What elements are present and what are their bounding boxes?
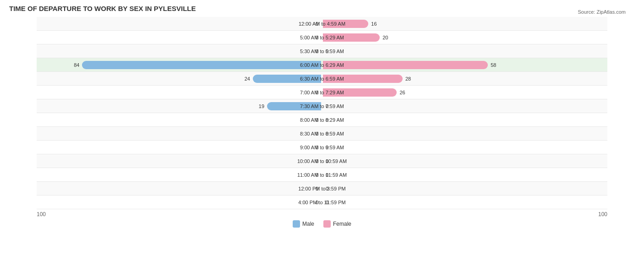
bars-container: 0 9:00 AM to 9:59 AM 0 <box>37 141 607 154</box>
legend-male-label: Male <box>302 221 314 227</box>
time-label: 9:00 AM to 9:59 AM <box>298 145 346 150</box>
male-value: 19 <box>259 103 264 109</box>
bars-container: 0 8:30 AM to 8:59 AM 0 <box>37 127 607 140</box>
time-label: 4:00 PM to 11:59 PM <box>296 200 347 205</box>
chart-row: 0 11:00 AM to 11:59 AM 0 <box>37 168 607 182</box>
right-section: 26 <box>322 86 607 99</box>
left-section: 0 <box>37 168 322 181</box>
time-label: 8:00 AM to 8:29 AM <box>298 117 346 123</box>
bars-container: 24 6:30 AM to 6:59 AM 28 <box>37 72 607 85</box>
left-section: 24 <box>37 72 322 85</box>
chart-row: 0 10:00 AM to 10:59 AM 0 <box>37 154 607 168</box>
left-section: 0 <box>37 141 322 154</box>
axis-right-label: 100 <box>598 211 607 218</box>
female-bar <box>323 61 488 69</box>
time-label: 12:00 AM to 4:59 AM <box>297 21 347 27</box>
left-section: 19 <box>37 99 322 113</box>
time-label: 6:00 AM to 6:29 AM <box>298 62 346 68</box>
chart-row: 0 9:00 AM to 9:59 AM 0 <box>37 141 607 154</box>
male-value: 84 <box>74 62 79 68</box>
chart-row: 0 7:00 AM to 7:29 AM 26 <box>37 86 607 99</box>
male-bar <box>82 61 321 69</box>
male-value: 24 <box>245 76 250 82</box>
legend-male-box <box>293 220 300 228</box>
bars-container: 0 10:00 AM to 10:59 AM 0 <box>37 154 607 168</box>
chart-row: 24 6:30 AM to 6:59 AM 28 <box>37 72 607 86</box>
chart-row: 0 4:00 PM to 11:59 PM 0 <box>37 196 607 209</box>
chart-row: 0 12:00 PM to 3:59 PM 0 <box>37 182 607 196</box>
chart-container: 0 12:00 AM to 4:59 AM 16 0 5:00 AM to 5:… <box>9 17 635 228</box>
bars-container: 84 6:00 AM to 6:29 AM 58 <box>37 58 607 71</box>
left-section: 0 <box>37 86 322 99</box>
chart-row: 0 12:00 AM to 4:59 AM 16 <box>37 17 607 31</box>
left-section: 0 <box>37 113 322 126</box>
source-label: Source: ZipAtlas.com <box>578 9 626 15</box>
right-section: 58 <box>322 58 607 71</box>
right-section: 16 <box>322 17 607 30</box>
time-label: 8:30 AM to 8:59 AM <box>298 131 346 136</box>
female-value: 26 <box>399 90 405 95</box>
axis-bottom: 100 100 <box>37 211 607 218</box>
left-section: 0 <box>37 31 322 44</box>
legend-female-label: Female <box>333 221 351 227</box>
right-section: 0 <box>322 113 607 126</box>
right-section: 20 <box>322 31 607 44</box>
bars-container: 0 11:00 AM to 11:59 AM 0 <box>37 168 607 181</box>
right-section: 0 <box>322 99 607 113</box>
legend-male: Male <box>293 220 314 228</box>
legend-female-box <box>323 220 331 228</box>
right-section: 0 <box>322 141 607 154</box>
bars-container: 0 5:00 AM to 5:29 AM 20 <box>37 31 607 44</box>
bars-container: 0 12:00 PM to 3:59 PM 0 <box>37 182 607 195</box>
right-section: 0 <box>322 127 607 140</box>
legend-female: Female <box>323 220 351 228</box>
bars-container: 0 4:00 PM to 11:59 PM 0 <box>37 196 607 209</box>
left-section: 0 <box>37 196 322 209</box>
chart-area: 0 12:00 AM to 4:59 AM 16 0 5:00 AM to 5:… <box>37 17 607 209</box>
left-section: 84 <box>37 58 322 71</box>
time-label: 5:00 AM to 5:29 AM <box>298 35 346 40</box>
bars-container: 0 5:30 AM to 5:59 AM 0 <box>37 44 607 58</box>
right-section: 0 <box>322 196 607 209</box>
bars-container: 19 7:30 AM to 7:59 AM 0 <box>37 99 607 113</box>
chart-row: 19 7:30 AM to 7:59 AM 0 <box>37 99 607 113</box>
female-value: 16 <box>371 21 377 27</box>
right-section: 0 <box>322 154 607 168</box>
time-label: 11:00 AM to 11:59 AM <box>295 172 349 178</box>
female-value: 20 <box>382 35 388 40</box>
chart-row: 0 5:00 AM to 5:29 AM 20 <box>37 31 607 44</box>
chart-row: 84 6:00 AM to 6:29 AM 58 <box>37 58 607 72</box>
right-section: 28 <box>322 72 607 85</box>
chart-title: TIME OF DEPARTURE TO WORK BY SEX IN PYLE… <box>9 5 635 12</box>
bars-container: 0 8:00 AM to 8:29 AM 0 <box>37 113 607 126</box>
time-label: 7:00 AM to 7:29 AM <box>298 90 346 95</box>
left-section: 0 <box>37 44 322 58</box>
time-label: 10:00 AM to 10:59 AM <box>295 158 349 164</box>
time-label: 7:30 AM to 7:59 AM <box>298 103 346 109</box>
axis-left-label: 100 <box>37 211 46 218</box>
left-section: 0 <box>37 154 322 168</box>
female-value: 28 <box>405 76 411 82</box>
legend: Male Female <box>9 220 635 228</box>
right-section: 0 <box>322 182 607 195</box>
chart-row: 0 8:00 AM to 8:29 AM 0 <box>37 113 607 127</box>
chart-row: 0 5:30 AM to 5:59 AM 0 <box>37 44 607 58</box>
time-label: 6:30 AM to 6:59 AM <box>298 76 346 82</box>
left-section: 0 <box>37 17 322 30</box>
female-value: 58 <box>491 62 496 68</box>
bars-container: 0 12:00 AM to 4:59 AM 16 <box>37 17 607 30</box>
left-section: 0 <box>37 127 322 140</box>
bars-container: 0 7:00 AM to 7:29 AM 26 <box>37 86 607 99</box>
time-label: 5:30 AM to 5:59 AM <box>298 49 346 54</box>
right-section: 0 <box>322 168 607 181</box>
left-section: 0 <box>37 182 322 195</box>
right-section: 0 <box>322 44 607 58</box>
time-label: 12:00 PM to 3:59 PM <box>296 186 347 191</box>
chart-row: 0 8:30 AM to 8:59 AM 0 <box>37 127 607 141</box>
